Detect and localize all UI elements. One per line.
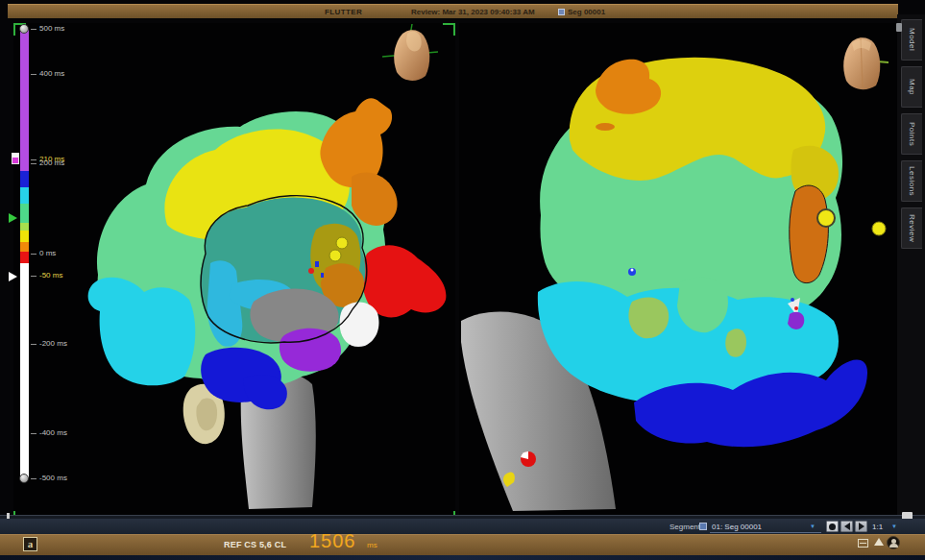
cycle-length-value: 1506 (309, 530, 356, 552)
speck-blue (791, 298, 794, 302)
segment-prev-button[interactable] (840, 521, 853, 532)
heart-map-left[interactable] (13, 23, 455, 523)
region-orange-dash (596, 123, 615, 131)
speck-red (308, 268, 314, 274)
speck-blue (315, 261, 319, 267)
scale-knob[interactable] (19, 474, 29, 483)
bottom-edge-strip (0, 555, 925, 560)
region-red (362, 245, 447, 317)
scale-tick-label: -400 ms (39, 428, 67, 437)
app-logo-icon[interactable]: a (23, 537, 37, 551)
map-point-icon[interactable] (329, 250, 341, 261)
speck-purple (788, 312, 804, 329)
scale-segment (20, 187, 29, 204)
scale-segment (20, 263, 29, 478)
segment-play-button[interactable] (826, 521, 839, 532)
scale-tick (31, 433, 37, 434)
save-icon[interactable] (858, 539, 868, 548)
map-viewport-right[interactable] (459, 23, 898, 523)
scale-tick (31, 276, 37, 277)
segment-list-icon (699, 523, 707, 530)
speck-red (794, 306, 798, 310)
scale-segment (20, 231, 29, 242)
map-point-icon[interactable] (336, 237, 348, 249)
scale-tick (31, 29, 37, 30)
scale-segment (20, 171, 29, 187)
scale-tick (31, 74, 37, 75)
map-viewport-left[interactable] (13, 23, 455, 523)
scale-tick-label: -50 ms (39, 271, 62, 280)
step-forward-icon (859, 523, 864, 530)
sidebar-tabs: ModelMapPointsLesionsReview (897, 14, 925, 555)
region-olive-tab (725, 329, 746, 357)
map-point-icon[interactable] (872, 222, 886, 235)
region-orange (320, 98, 392, 187)
tab-label: Lesions (908, 166, 916, 196)
scale-tick (31, 159, 37, 160)
segment-label: Segment (669, 523, 700, 531)
scale-tick-label: 0 ms (39, 249, 56, 257)
headset-user-icon[interactable] (887, 536, 900, 549)
tab-map[interactable]: Map (901, 66, 922, 108)
region-purple (280, 329, 341, 372)
scale-segment (20, 252, 29, 263)
scale-segment (20, 204, 29, 223)
scale-segment (20, 29, 29, 171)
tab-review[interactable]: Review (901, 207, 922, 249)
heart-map-right[interactable] (459, 23, 898, 523)
status-bar (0, 534, 925, 555)
scale-tick-label: 400 ms (39, 69, 64, 78)
tab-label: Map (908, 79, 916, 95)
review-timestamp: Review: Mar 31, 2023 09:40:33 AM (411, 8, 535, 16)
tab-label: Points (908, 122, 916, 146)
segment-indicator-label: Seg 00001 (568, 8, 605, 16)
speck-blue2 (321, 273, 324, 278)
tab-label: Model (908, 28, 916, 51)
segment-dropdown-value: 01: Seg 00001 (712, 523, 762, 531)
tab-model[interactable]: Model (901, 19, 922, 61)
region-white (340, 303, 379, 347)
orientation-torso-icon[interactable] (382, 24, 438, 85)
segment-next-button[interactable] (855, 521, 867, 532)
scale-tick (31, 163, 37, 164)
chevron-down-icon[interactable]: ▼ (891, 523, 897, 529)
scale-tick-label: 500 ms (39, 24, 64, 33)
cycle-length-unit: ms (367, 541, 377, 549)
app-window: FLUTTER Review: Mar 31, 2023 09:40:33 AM… (0, 0, 925, 560)
scale-tick-label: -500 ms (39, 474, 67, 482)
segment-icon (558, 9, 565, 15)
top-title-bar: FLUTTER Review: Mar 31, 2023 09:40:33 AM… (8, 4, 898, 18)
scale-segment (20, 242, 29, 252)
zoom-ratio-value: 1:1 (872, 523, 883, 531)
splitter-handle[interactable] (896, 23, 902, 32)
region-cyan (88, 278, 196, 386)
scale-tick-label: -200 ms (39, 339, 67, 348)
tab-points[interactable]: Points (901, 113, 922, 155)
scale-tick (31, 254, 37, 255)
lower-threshold-pointer[interactable] (9, 272, 17, 281)
scale-tick (31, 344, 37, 345)
segment-dropdown[interactable]: 01: Seg 00001 (710, 522, 821, 533)
map-point-blue-center (631, 269, 634, 272)
scale-segment (20, 223, 29, 231)
upload-arrow-icon[interactable] (874, 538, 884, 546)
tab-lesions[interactable]: Lesions (901, 160, 922, 202)
map-color-pointer[interactable] (9, 213, 17, 223)
scale-tick (31, 478, 37, 479)
map-title: FLUTTER (325, 8, 362, 16)
chevron-down-icon[interactable]: ▼ (810, 523, 815, 529)
viewport-bracket-icon (443, 23, 455, 36)
upper-threshold-flag[interactable] (12, 153, 19, 164)
map-point-selected-icon[interactable] (817, 209, 835, 227)
scale-knob[interactable] (19, 24, 29, 34)
segment-indicator: Seg 00001 (558, 8, 605, 16)
step-back-icon (844, 523, 850, 530)
reference-label: REF CS 5,6 CL (224, 540, 286, 549)
scale-tick-label: 200 ms (39, 158, 64, 167)
record-icon (829, 523, 836, 530)
tab-label: Review (908, 214, 916, 242)
orientation-torso-icon[interactable] (833, 32, 888, 93)
